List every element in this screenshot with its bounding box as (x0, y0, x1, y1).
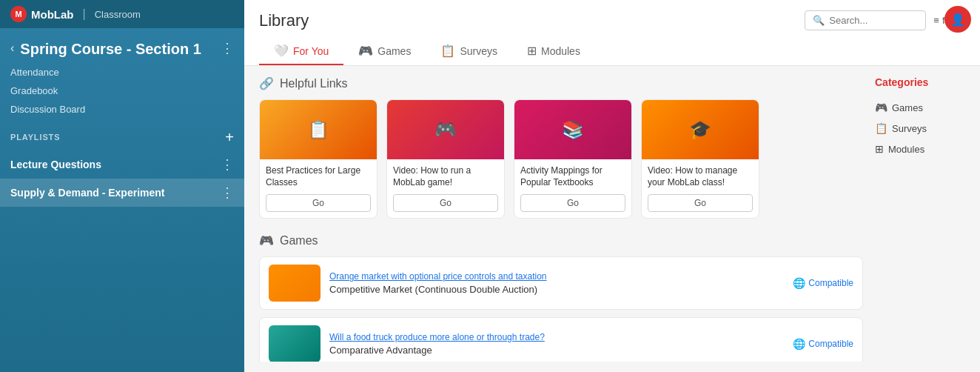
library-title: Library (259, 11, 309, 30)
category-item-surveys[interactable]: 📋 Surveys (875, 118, 959, 139)
tab-games[interactable]: 🎮 Games (343, 38, 426, 65)
badge-label-comparative-advantage: Compatible (808, 339, 853, 349)
tab-surveys[interactable]: 📋 Surveys (426, 38, 512, 65)
card-title-manage-class: Video: How to manage your MobLab class! (648, 165, 753, 188)
category-label-modules: Modules (888, 144, 924, 155)
category-icon-surveys: 📋 (875, 122, 887, 134)
right-sidebar-categories: Categories 🎮 Games 📋 Surveys ⊞ Modules (869, 76, 965, 362)
search-icon: 🔍 (813, 15, 825, 26)
helpful-links-section: 🔗 Helpful Links 📋 Best Practices for Lar… (259, 76, 863, 219)
go-button-manage-class[interactable]: Go (648, 194, 753, 212)
playlist-item-lecture[interactable]: Lecture Questions ⋮ (0, 150, 244, 179)
game-subtitle-comparative-advantage[interactable]: Will a food truck produce more alone or … (329, 332, 784, 342)
tab-for-you-label: For You (293, 45, 329, 57)
categories-title: Categories (875, 76, 959, 88)
compatible-badge-comparative-advantage: 🌐 Compatible (793, 338, 853, 350)
back-button[interactable]: ‹ (10, 41, 14, 55)
game-subtitle-competitive-market[interactable]: Orange market with optional price contro… (329, 271, 784, 282)
library-top: Library 🔍 ≡ filters (259, 10, 965, 30)
card-thumb-icon-activity-mappings: 📚 (562, 119, 584, 140)
add-playlist-button[interactable]: + (225, 130, 234, 145)
card-title-best-practices: Best Practices for Large Classes (266, 165, 371, 188)
card-body-best-practices: Best Practices for Large Classes Go (260, 159, 377, 218)
nav-attendance[interactable]: Attendance (10, 64, 234, 81)
tab-games-label: Games (377, 45, 411, 57)
games-section: 🎮 Games Orange market with optional pric… (259, 233, 863, 362)
globe-icon-competitive-market: 🌐 (793, 277, 805, 289)
helpful-links-cards: 📋 Best Practices for Large Classes Go 🎮 … (259, 99, 863, 219)
category-label-surveys: Surveys (892, 123, 927, 134)
game-thumb-comparative-advantage (269, 325, 320, 362)
card-body-how-to-run: Video: How to run a MobLab game! Go (387, 159, 504, 218)
for-you-icon: 🤍 (274, 44, 289, 58)
playlists-section: PLAYLISTS + (0, 118, 244, 150)
modules-icon: ⊞ (527, 44, 537, 58)
game-card-comparative-advantage: Will a food truck produce more alone or … (259, 317, 863, 362)
card-thumb-icon-how-to-run: 🎮 (434, 119, 457, 140)
card-title-activity-mappings: Activity Mappings for Popular Textbooks (520, 165, 625, 188)
card-thumb-icon-best-practices: 📋 (307, 119, 329, 140)
sidebar-header: M MobLab | Classroom (0, 0, 244, 28)
card-activity-mappings: 📚 Activity Mappings for Popular Textbook… (514, 99, 632, 219)
card-body-manage-class: Video: How to manage your MobLab class! … (642, 159, 759, 218)
library-scroll-area: 🔗 Helpful Links 📋 Best Practices for Lar… (259, 76, 869, 362)
search-filter-row: 🔍 ≡ filters (805, 10, 965, 30)
search-input[interactable] (829, 15, 918, 26)
go-button-how-to-run[interactable]: Go (393, 194, 498, 212)
game-info-competitive-market: Orange market with optional price contro… (329, 271, 784, 295)
playlist-item-supply-demand[interactable]: Supply & Demand - Experiment ⋮ (0, 179, 244, 207)
tab-modules-label: Modules (541, 45, 580, 57)
main-content: Library 🔍 ≡ filters 🤍 For You 🎮 Games (244, 0, 980, 372)
user-icon: 👤 (950, 13, 965, 27)
user-avatar[interactable]: 👤 (944, 6, 971, 33)
moblab-logo: M MobLab (10, 6, 74, 22)
compatible-badge-competitive-market: 🌐 Compatible (793, 277, 853, 289)
sidebar: M MobLab | Classroom ‹ Spring Course - S… (0, 0, 244, 372)
tabs-row: 🤍 For You 🎮 Games 📋 Surveys ⊞ Modules (259, 38, 965, 65)
playlist-name-supply-demand: Supply & Demand - Experiment (10, 187, 164, 199)
category-icon-games: 🎮 (875, 102, 887, 113)
card-thumb-manage-class: 🎓 (642, 100, 759, 159)
link-icon: 🔗 (259, 76, 274, 90)
section-menu-button[interactable]: ⋮ (221, 40, 234, 56)
badge-label-competitive-market: Compatible (808, 278, 853, 288)
games-section-label: 🎮 Games (259, 233, 863, 248)
globe-icon-comparative-advantage: 🌐 (793, 338, 805, 350)
tab-modules[interactable]: ⊞ Modules (512, 38, 595, 65)
playlist-menu-lecture[interactable]: ⋮ (221, 156, 234, 173)
classroom-label: Classroom (95, 9, 141, 20)
games-section-title: Games (280, 234, 318, 248)
filters-icon: ≡ (933, 15, 939, 26)
category-item-modules[interactable]: ⊞ Modules (875, 139, 959, 159)
nav-gradebook[interactable]: Gradebook (10, 82, 234, 99)
search-box: 🔍 (805, 10, 926, 30)
helpful-links-title: Helpful Links (280, 77, 348, 90)
games-section-icon: 🎮 (259, 233, 274, 248)
playlist-menu-supply-demand[interactable]: ⋮ (221, 185, 234, 201)
playlist-name-lecture: Lecture Questions (10, 159, 101, 170)
game-title-competitive-market: Competitive Market (Continuous Double Au… (329, 284, 784, 295)
game-info-comparative-advantage: Will a food truck produce more alone or … (329, 332, 784, 356)
category-item-games[interactable]: 🎮 Games (875, 97, 959, 118)
tab-for-you[interactable]: 🤍 For You (259, 38, 343, 65)
nav-discussion[interactable]: Discussion Board (10, 101, 234, 118)
card-manage-class: 🎓 Video: How to manage your MobLab class… (641, 99, 759, 219)
library-scroll-container: 🔗 Helpful Links 📋 Best Practices for Lar… (244, 66, 980, 372)
game-card-competitive-market: Orange market with optional price contro… (259, 256, 863, 310)
logo-divider: | (83, 7, 86, 21)
surveys-icon: 📋 (440, 44, 455, 58)
go-button-activity-mappings[interactable]: Go (520, 194, 625, 212)
tab-surveys-label: Surveys (460, 45, 497, 57)
card-thumb-best-practices: 📋 (260, 100, 377, 159)
section-header: ‹ Spring Course - Section 1 ⋮ (0, 28, 244, 64)
playlists-label: PLAYLISTS (10, 133, 60, 142)
card-how-to-run: 🎮 Video: How to run a MobLab game! Go (386, 99, 505, 219)
library-header: Library 🔍 ≡ filters 🤍 For You 🎮 Games (244, 0, 980, 66)
card-body-activity-mappings: Activity Mappings for Popular Textbooks … (514, 159, 631, 218)
go-button-best-practices[interactable]: Go (266, 194, 371, 212)
card-thumb-icon-manage-class: 🎓 (689, 119, 711, 140)
nav-links: Attendance Gradebook Discussion Board (0, 64, 244, 118)
section-nav: ‹ Spring Course - Section 1 (10, 40, 221, 58)
logo-icon: M (10, 6, 27, 22)
category-icon-modules: ⊞ (875, 143, 884, 155)
